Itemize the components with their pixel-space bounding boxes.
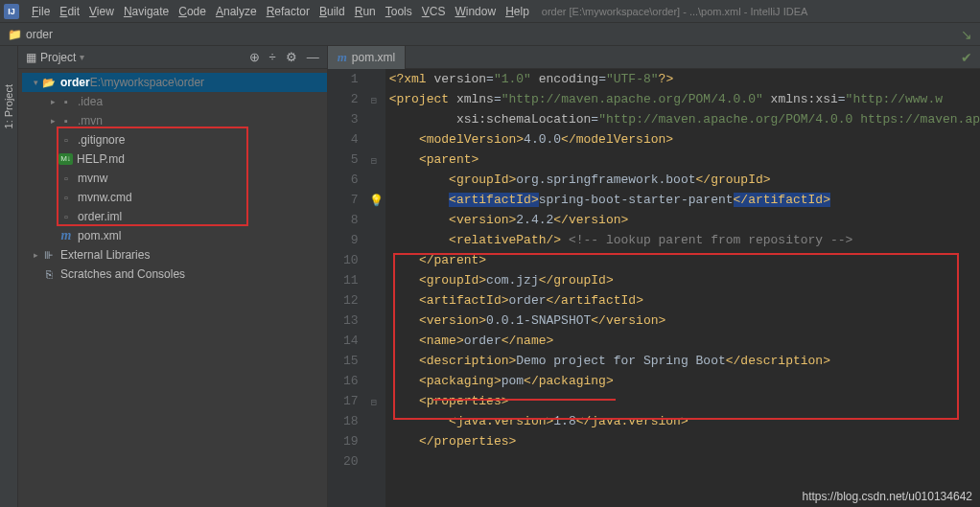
- folder-icon: 📁: [8, 28, 22, 41]
- tree-node[interactable]: ▸▪.idea: [22, 92, 327, 111]
- menu-code[interactable]: Code: [174, 3, 211, 20]
- menu-help[interactable]: Help: [501, 3, 534, 20]
- tree-node[interactable]: ▫.gitignore: [22, 130, 327, 150]
- project-panel: ▦ Project ▾ ⊕ ÷ ⚙ — ▾📂order E:\myworkspa…: [18, 46, 328, 507]
- fold-icon[interactable]: ⊟: [371, 151, 377, 172]
- tab-label: pom.xml: [352, 51, 395, 64]
- code-line[interactable]: </properties>: [389, 431, 980, 451]
- tree-node[interactable]: ▸⊪External Libraries: [22, 245, 327, 265]
- project-header-label: Project: [40, 51, 76, 64]
- menu-tools[interactable]: Tools: [381, 3, 417, 20]
- file-icon: ▫: [58, 190, 74, 205]
- lib-icon: ⊪: [41, 247, 57, 263]
- project-tool-icon: ▦: [26, 51, 36, 64]
- tree-node[interactable]: ▫mvnw.cmd: [22, 188, 327, 207]
- menu-file[interactable]: File: [27, 3, 55, 20]
- tree-label: .gitignore: [78, 130, 125, 150]
- tree-node[interactable]: mpom.xml: [22, 226, 327, 245]
- code-line[interactable]: <description>Demo project for Spring Boo…: [389, 351, 980, 371]
- code-line[interactable]: <?xml version="1.0" encoding="UTF-8"?>: [389, 69, 980, 89]
- tree-path: E:\myworkspace\order: [90, 73, 204, 92]
- editor-tab-row: m pom.xml ✔: [328, 46, 980, 69]
- code-line[interactable]: <parent>: [389, 150, 980, 170]
- file-icon: ▫: [58, 132, 74, 148]
- tree-label: order: [60, 73, 90, 92]
- bulb-icon[interactable]: 💡: [369, 192, 384, 212]
- code-line[interactable]: <artifactId>order</artifactId>: [389, 290, 980, 311]
- menu-view[interactable]: View: [84, 3, 119, 20]
- check-icon[interactable]: ✔: [953, 50, 980, 65]
- code-line[interactable]: <packaging>pom</packaging>: [389, 371, 980, 391]
- fold-dot-icon: ▪: [58, 94, 74, 109]
- tree-twisty[interactable]: ▸: [47, 111, 58, 130]
- menu-vcs[interactable]: VCS: [417, 3, 451, 20]
- menu-edit[interactable]: Edit: [55, 3, 84, 20]
- tree-label: mvnw.cmd: [78, 188, 132, 207]
- menu-analyze[interactable]: Analyze: [211, 3, 262, 20]
- code-editor[interactable]: 1234567891011121314151617181920 ⊟ ⊟ 💡 ⊟ …: [328, 69, 980, 507]
- tab-pom[interactable]: m pom.xml: [328, 46, 406, 69]
- code-line[interactable]: xsi:schemaLocation="http://maven.apache.…: [389, 109, 980, 129]
- code-line[interactable]: <artifactId>spring-boot-starter-parent</…: [389, 190, 980, 210]
- menu-navigate[interactable]: Navigate: [119, 3, 174, 20]
- code-line[interactable]: <properties>: [389, 391, 980, 411]
- code-line[interactable]: <version>0.0.1-SNAPSHOT</version>: [389, 311, 980, 331]
- tree-label: HELP.md: [77, 150, 125, 169]
- tree-label: .mvn: [78, 111, 103, 130]
- sidebar-tab-project[interactable]: 1: Project: [3, 84, 14, 128]
- project-tree[interactable]: ▾📂order E:\myworkspace\order▸▪.idea▸▪.mv…: [18, 69, 327, 284]
- tree-label: mvnw: [78, 169, 107, 188]
- hide-icon[interactable]: —: [307, 50, 319, 64]
- collapse-icon[interactable]: ÷: [269, 50, 276, 64]
- nav-row: 📁 order ↘: [0, 23, 980, 46]
- menu-window[interactable]: Window: [450, 3, 501, 20]
- tree-node[interactable]: ▾📂order E:\myworkspace\order: [22, 73, 327, 92]
- code-line[interactable]: <java.version>1.8</java.version>: [389, 411, 980, 431]
- code-line[interactable]: <groupId>org.springframework.boot</group…: [389, 170, 980, 190]
- tree-twisty[interactable]: ▸: [30, 245, 41, 265]
- menu-run[interactable]: Run: [350, 3, 381, 20]
- tree-node[interactable]: ▫mvnw: [22, 169, 327, 188]
- project-header: ▦ Project ▾ ⊕ ÷ ⚙ —: [18, 46, 327, 69]
- fold-icon[interactable]: ⊟: [371, 393, 377, 413]
- menu-build[interactable]: Build: [315, 3, 350, 20]
- tree-node[interactable]: ▸▪.mvn: [22, 111, 327, 130]
- tree-label: pom.xml: [78, 226, 121, 245]
- editor-gutter: ⊟ ⊟ 💡 ⊟: [366, 69, 385, 507]
- tree-twisty[interactable]: ▸: [47, 92, 58, 111]
- code-line[interactable]: <project xmlns="http://maven.apache.org/…: [389, 89, 980, 109]
- code-line[interactable]: </parent>: [389, 250, 980, 270]
- file-icon: ▫: [58, 209, 74, 224]
- tree-node[interactable]: M↓HELP.md: [22, 150, 327, 169]
- tree-node[interactable]: ⎘Scratches and Consoles: [22, 265, 327, 284]
- toolbar-icons: ↘: [961, 27, 972, 42]
- target-icon[interactable]: ⊕: [249, 50, 260, 64]
- tree-label: .idea: [78, 92, 103, 111]
- code-line[interactable]: <name>order</name>: [389, 331, 980, 351]
- menu-refactor[interactable]: Refactor: [262, 3, 315, 20]
- chevron-down-icon[interactable]: ▾: [80, 52, 84, 62]
- code-line[interactable]: [389, 451, 980, 472]
- window-path: order [E:\myworkspace\order] - ...\pom.x…: [542, 6, 808, 17]
- code-line[interactable]: <version>2.4.2</version>: [389, 210, 980, 230]
- left-gutter: 1: Project: [0, 46, 18, 507]
- code-line[interactable]: <modelVersion>4.0.0</modelVersion>: [389, 129, 980, 150]
- code-line[interactable]: <relativePath/> <!-- lookup parent from …: [389, 230, 980, 250]
- code-line[interactable]: <groupId>com.jzj</groupId>: [389, 270, 980, 290]
- tree-label: Scratches and Consoles: [60, 265, 185, 284]
- app-logo: IJ: [4, 4, 19, 19]
- fold-dot-icon: ▪: [58, 113, 74, 128]
- file-icon: ▫: [58, 171, 74, 186]
- m-icon: m: [58, 228, 74, 243]
- breadcrumb[interactable]: 📁 order: [8, 28, 53, 41]
- tree-node[interactable]: ▫order.iml: [22, 207, 327, 226]
- menubar: IJ FileEditViewNavigateCodeAnalyzeRefact…: [0, 0, 980, 23]
- maven-icon: m: [338, 50, 347, 65]
- breadcrumb-project: order: [26, 28, 53, 41]
- hammer-icon[interactable]: ↘: [961, 27, 972, 42]
- md-icon: M↓: [58, 153, 73, 165]
- fold-icon[interactable]: ⊟: [371, 91, 377, 111]
- gear-icon[interactable]: ⚙: [286, 50, 297, 64]
- code-body[interactable]: <?xml version="1.0" encoding="UTF-8"?><p…: [385, 69, 980, 507]
- tree-twisty[interactable]: ▾: [30, 73, 41, 92]
